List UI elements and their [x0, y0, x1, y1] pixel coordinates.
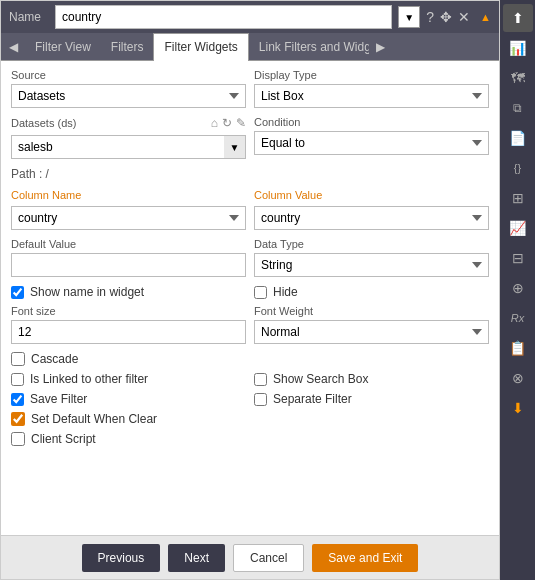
right-sidebar: ⬆ 📊 🗺 ⧉ 📄 {} ⊞ 📈 ⊟ ⊕ Rx 📋 ⊗ ⬇	[500, 0, 535, 580]
close-icon[interactable]: ✕	[458, 9, 470, 25]
client-script-row: Client Script	[11, 432, 489, 446]
show-name-check-label: Show name in widget	[30, 285, 144, 299]
tab-filter-widgets[interactable]: Filter Widgets	[153, 33, 248, 61]
set-default-label: Set Default When Clear	[31, 412, 157, 426]
sidebar-upload-icon[interactable]: ⬆	[503, 4, 533, 32]
is-linked-check-item: Is Linked to other filter	[11, 372, 246, 386]
display-type-label: Display Type	[254, 69, 489, 81]
datasets-home-icon[interactable]: ⌂	[211, 116, 218, 130]
font-size-input[interactable]	[11, 320, 246, 344]
name-label: Name	[9, 10, 49, 24]
column-value-label: Column Value	[254, 189, 489, 201]
column-name-col: Column Name country	[11, 189, 246, 230]
default-value-label: Default Value	[11, 238, 246, 250]
save-exit-button[interactable]: Save and Exit	[312, 544, 418, 572]
datasets-refresh-icon[interactable]: ↻	[222, 116, 232, 130]
column-value-select[interactable]: country	[254, 206, 489, 230]
header-icons: ? ✥ ✕	[426, 9, 470, 25]
datasets-label: Datasets (ds)	[11, 117, 207, 129]
show-name-checkbox[interactable]	[11, 286, 24, 299]
content-area: Source Datasets Display Type List Box Da…	[1, 61, 499, 535]
source-label: Source	[11, 69, 246, 81]
cascade-label: Cascade	[31, 352, 78, 366]
separate-filter-checkbox[interactable]	[254, 393, 267, 406]
data-type-select[interactable]: String	[254, 253, 489, 277]
separate-filter-check-item: Separate Filter	[254, 392, 489, 406]
sidebar-map-icon[interactable]: 🗺	[503, 64, 533, 92]
save-separate-row: Save Filter Separate Filter	[11, 392, 489, 406]
datasets-combo: ▼	[11, 135, 246, 159]
font-weight-label: Font Weight	[254, 305, 489, 317]
next-button[interactable]: Next	[168, 544, 225, 572]
hide-checkbox[interactable]	[254, 286, 267, 299]
sidebar-stack-icon[interactable]: ⊗	[503, 364, 533, 392]
data-type-col: Data Type String	[254, 238, 489, 277]
help-icon[interactable]: ?	[426, 9, 434, 25]
move-icon[interactable]: ✥	[440, 9, 452, 25]
previous-button[interactable]: Previous	[82, 544, 161, 572]
cancel-button[interactable]: Cancel	[233, 544, 304, 572]
data-type-label: Data Type	[254, 238, 489, 250]
display-type-select[interactable]: List Box	[254, 84, 489, 108]
save-filter-label: Save Filter	[30, 392, 87, 406]
is-linked-checkbox[interactable]	[11, 373, 24, 386]
condition-col: Condition Equal to	[254, 116, 489, 159]
datasets-combo-btn[interactable]: ▼	[224, 135, 246, 159]
condition-select[interactable]: Equal to	[254, 131, 489, 155]
cascade-checkbox[interactable]	[11, 352, 25, 366]
datasets-input[interactable]	[11, 135, 246, 159]
font-size-label: Font size	[11, 305, 246, 317]
show-search-check-item: Show Search Box	[254, 372, 489, 386]
font-weight-select[interactable]: Normal	[254, 320, 489, 344]
hide-check-item: Hide	[254, 285, 489, 299]
default-value-col: Default Value	[11, 238, 246, 277]
sidebar-barchart-icon[interactable]: 📊	[503, 34, 533, 62]
is-linked-label: Is Linked to other filter	[30, 372, 148, 386]
sidebar-layers-icon[interactable]: ⧉	[503, 94, 533, 122]
footer: Previous Next Cancel Save and Exit	[1, 535, 499, 579]
separate-filter-label: Separate Filter	[273, 392, 352, 406]
path-value: /	[45, 167, 48, 181]
sidebar-grid-icon[interactable]: ⊞	[503, 184, 533, 212]
tab-link-filters[interactable]: Link Filters and Widge...	[249, 33, 369, 61]
column-value-col: Column Value country	[254, 189, 489, 230]
source-select[interactable]: Datasets	[11, 84, 246, 108]
font-weight-col: Font Weight Normal	[254, 305, 489, 344]
nav-next-arrow[interactable]: ▶	[369, 33, 393, 61]
sidebar-rx-icon[interactable]: Rx	[503, 304, 533, 332]
font-row: Font size Font Weight Normal	[11, 305, 489, 344]
sidebar-chart2-icon[interactable]: 📈	[503, 214, 533, 242]
show-name-check-item: Show name in widget	[11, 285, 246, 299]
datasets-header-row: Datasets (ds) ⌂ ↻ ✎	[11, 116, 246, 130]
tab-filters[interactable]: Filters	[101, 33, 154, 61]
show-hide-row: Show name in widget Hide	[11, 285, 489, 299]
sidebar-brackets-icon[interactable]: {}	[503, 154, 533, 182]
cascade-row: Cascade	[11, 352, 489, 366]
default-value-input[interactable]	[11, 253, 246, 277]
column-name-select[interactable]: country	[11, 206, 246, 230]
tab-filter-view[interactable]: Filter View	[25, 33, 101, 61]
set-default-row: Set Default When Clear	[11, 412, 489, 426]
font-size-col: Font size	[11, 305, 246, 344]
sidebar-table-icon[interactable]: ⊟	[503, 244, 533, 272]
show-search-label: Show Search Box	[273, 372, 368, 386]
datasets-edit-icon[interactable]: ✎	[236, 116, 246, 130]
source-col: Source Datasets	[11, 69, 246, 108]
set-default-checkbox[interactable]	[11, 412, 25, 426]
collapse-icon[interactable]: ▲	[480, 11, 491, 23]
sidebar-download-icon[interactable]: ⬇	[503, 394, 533, 422]
sidebar-doc2-icon[interactable]: 📋	[503, 334, 533, 362]
header: Name ▼ ? ✥ ✕ ▲	[1, 1, 499, 33]
name-dropdown-btn[interactable]: ▼	[398, 6, 420, 28]
client-script-checkbox[interactable]	[11, 432, 25, 446]
show-search-checkbox[interactable]	[254, 373, 267, 386]
save-filter-checkbox[interactable]	[11, 393, 24, 406]
sidebar-doc-icon[interactable]: 📄	[503, 124, 533, 152]
nav-prev-arrow[interactable]: ◀	[1, 33, 25, 61]
hide-check-label: Hide	[273, 285, 298, 299]
client-script-label: Client Script	[31, 432, 96, 446]
name-input[interactable]	[55, 5, 392, 29]
column-name-label: Column Name	[11, 189, 246, 201]
save-filter-check-item: Save Filter	[11, 392, 246, 406]
sidebar-network-icon[interactable]: ⊕	[503, 274, 533, 302]
